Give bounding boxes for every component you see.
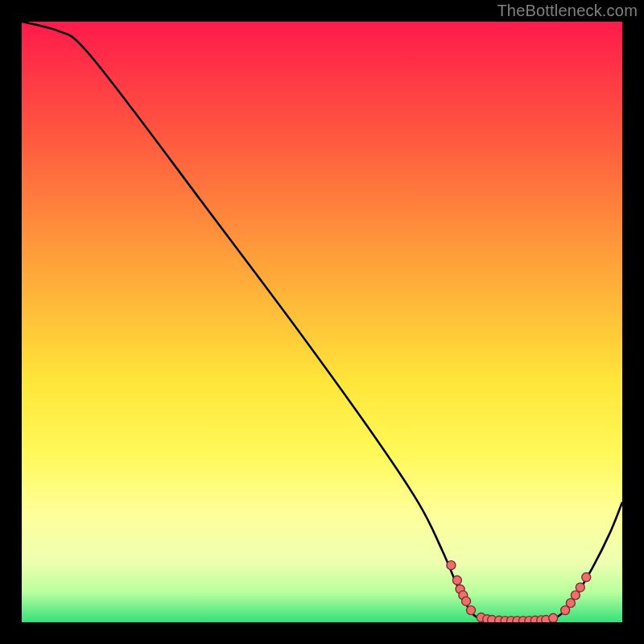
- data-marker: [549, 613, 558, 622]
- data-marker: [462, 597, 471, 605]
- data-marker: [571, 591, 580, 600]
- curve-overlay: [22, 22, 622, 622]
- chart-frame: TheBottleneck.com: [0, 0, 644, 644]
- data-marker: [447, 561, 456, 570]
- data-marker: [582, 573, 591, 582]
- data-marker: [467, 606, 476, 615]
- attribution-text: TheBottleneck.com: [497, 2, 638, 20]
- data-marker: [566, 599, 575, 608]
- data-marker: [576, 583, 584, 592]
- data-marker: [452, 576, 461, 584]
- bottleneck-curve: [22, 22, 622, 621]
- data-markers: [447, 561, 591, 622]
- plot-area: [22, 22, 622, 622]
